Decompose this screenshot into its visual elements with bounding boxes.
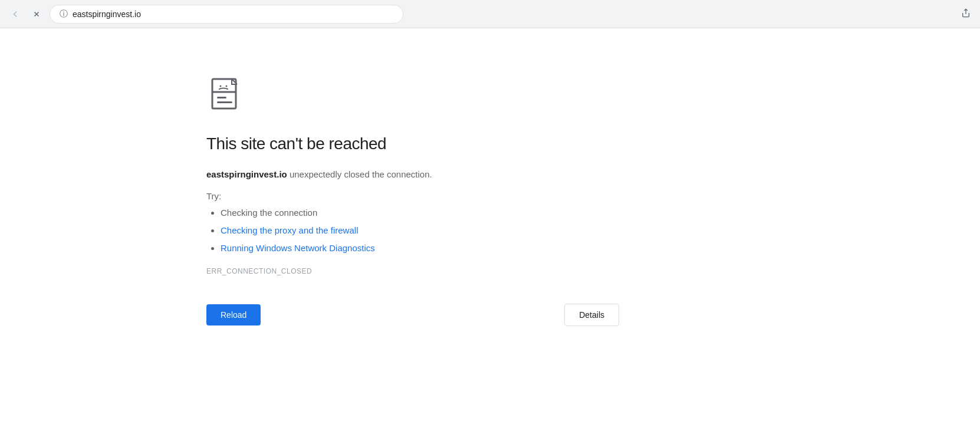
error-icon	[206, 75, 619, 134]
error-container: This site can't be reached eastspirnginv…	[206, 75, 619, 326]
suggestion-2[interactable]: Checking the proxy and the firewall	[221, 223, 619, 238]
suggestion-1: Checking the connection	[221, 206, 619, 220]
browser-chrome: ⓘ eastspirnginvest.io	[0, 0, 980, 28]
suggestions-list: Checking the connection Checking the pro…	[206, 206, 619, 255]
svg-point-23	[220, 86, 222, 87]
svg-point-24	[226, 86, 228, 87]
share-button[interactable]	[959, 6, 973, 22]
address-bar[interactable]: ⓘ eastspirnginvest.io	[50, 5, 403, 24]
url-text: eastspirnginvest.io	[73, 9, 393, 19]
error-site: eastspirnginvest.io	[206, 169, 287, 179]
error-description: eastspirnginvest.io unexpectedly closed …	[206, 167, 619, 182]
svg-rect-21	[217, 97, 226, 98]
info-icon: ⓘ	[60, 9, 68, 19]
try-label: Try:	[206, 191, 619, 201]
close-button[interactable]	[28, 6, 45, 22]
suggestion-3[interactable]: Running Windows Network Diagnostics	[221, 241, 619, 255]
error-desc-text: unexpectedly closed the connection.	[287, 169, 432, 179]
page-content: This site can't be reached eastspirnginv…	[0, 28, 980, 434]
back-button[interactable]	[7, 6, 24, 22]
error-title: This site can't be reached	[206, 134, 619, 153]
suggestion-1-text: Checking the connection	[221, 208, 317, 218]
button-row: Reload Details	[206, 304, 619, 326]
error-code: ERR_CONNECTION_CLOSED	[206, 267, 619, 275]
proxy-firewall-link[interactable]: Checking the proxy and the firewall	[221, 225, 358, 235]
reload-button[interactable]: Reload	[206, 304, 261, 326]
windows-diagnostics-link[interactable]: Running Windows Network Diagnostics	[221, 243, 375, 253]
details-button[interactable]: Details	[564, 304, 619, 326]
svg-rect-22	[217, 101, 232, 103]
